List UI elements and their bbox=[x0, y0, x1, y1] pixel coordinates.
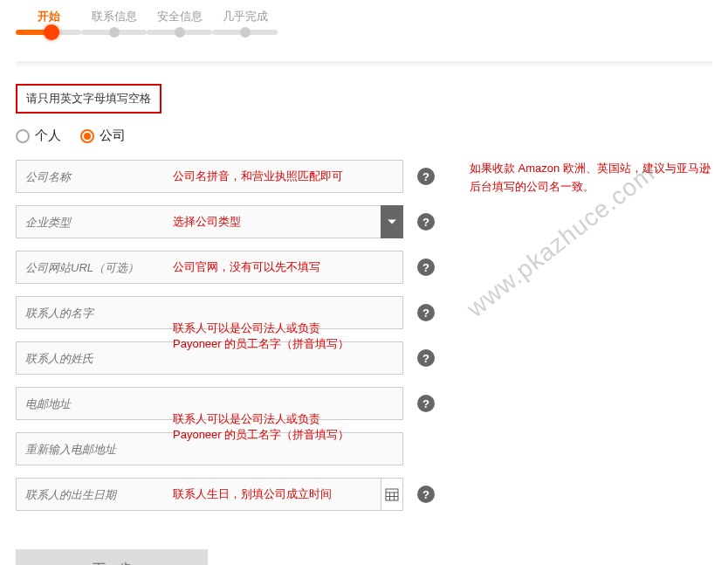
help-icon[interactable]: ? bbox=[417, 168, 435, 185]
step-label: 联系信息 bbox=[92, 9, 137, 24]
step-start: 开始 bbox=[16, 9, 81, 35]
radio-label: 公司 bbox=[100, 127, 126, 144]
next-button[interactable]: 下一步 bbox=[16, 549, 208, 565]
company-type-select[interactable] bbox=[16, 205, 403, 238]
step-almost-done: 几乎完成 bbox=[212, 9, 278, 35]
step-dot-icon bbox=[109, 27, 120, 38]
radio-icon bbox=[16, 129, 30, 143]
account-type-radio-group: 个人 公司 bbox=[16, 127, 712, 144]
company-name-input[interactable] bbox=[16, 160, 403, 193]
dropdown-button[interactable] bbox=[381, 205, 403, 238]
progress-steps: 开始 联系信息 安全信息 几乎完成 bbox=[16, 9, 712, 35]
step-label: 几乎完成 bbox=[223, 9, 268, 24]
step-contact: 联系信息 bbox=[81, 9, 147, 35]
radio-personal[interactable]: 个人 bbox=[16, 127, 61, 144]
warning-message: 请只用英文字母填写空格 bbox=[16, 84, 161, 114]
email-confirm-input[interactable] bbox=[16, 432, 403, 465]
email-input[interactable] bbox=[16, 387, 403, 420]
radio-company[interactable]: 公司 bbox=[80, 127, 126, 144]
dob-input[interactable] bbox=[16, 478, 403, 511]
section-divider bbox=[16, 61, 712, 68]
website-input[interactable] bbox=[16, 251, 403, 284]
registration-form: 如果收款 Amazon 欧洲、英国站，建议与亚马逊后台填写的公司名一致。 公司名… bbox=[16, 160, 712, 565]
contact-firstname-input[interactable] bbox=[16, 296, 403, 329]
step-label: 开始 bbox=[38, 9, 60, 24]
calendar-button[interactable] bbox=[381, 478, 403, 511]
step-security: 安全信息 bbox=[147, 9, 212, 35]
help-icon[interactable]: ? bbox=[417, 349, 435, 367]
chevron-down-icon bbox=[387, 217, 397, 227]
step-dot-icon bbox=[240, 27, 251, 38]
svg-rect-0 bbox=[386, 489, 398, 500]
calendar-icon bbox=[385, 487, 399, 501]
step-label: 安全信息 bbox=[157, 9, 203, 24]
help-icon[interactable]: ? bbox=[417, 395, 435, 412]
help-icon[interactable]: ? bbox=[417, 486, 435, 503]
step-dot-icon bbox=[44, 24, 59, 40]
help-icon[interactable]: ? bbox=[417, 213, 435, 231]
radio-icon bbox=[80, 129, 94, 143]
step-dot-icon bbox=[175, 27, 185, 38]
contact-lastname-input[interactable] bbox=[16, 341, 403, 375]
help-icon[interactable]: ? bbox=[417, 304, 435, 321]
help-icon[interactable]: ? bbox=[417, 258, 435, 276]
radio-label: 个人 bbox=[35, 127, 61, 144]
